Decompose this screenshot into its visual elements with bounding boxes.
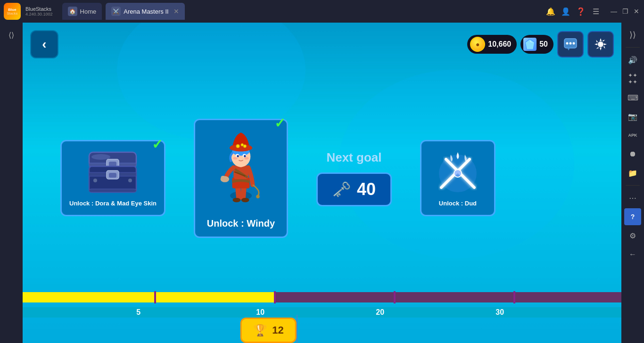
windy-reward-label: Unlock : Windy xyxy=(207,218,275,229)
sidebar-help-icon[interactable]: ? xyxy=(624,208,641,225)
progress-marker-2 xyxy=(274,291,276,303)
svg-point-45 xyxy=(244,157,248,160)
progress-fill xyxy=(23,292,274,302)
svg-point-43 xyxy=(244,155,246,157)
chat-icon xyxy=(563,38,578,51)
svg-point-30 xyxy=(221,175,225,179)
progress-marker-3 xyxy=(394,291,396,303)
sidebar-record-icon[interactable]: ⏺ xyxy=(624,146,641,163)
checkmark-2: ✓ xyxy=(274,115,291,132)
game-area: ‹ ● 10,660 50 xyxy=(23,23,621,343)
dud-icon xyxy=(429,149,486,196)
sidebar-more-icon[interactable]: ⋯ xyxy=(624,189,641,206)
trophy-value: 12 xyxy=(272,324,283,336)
svg-point-31 xyxy=(256,195,259,198)
chest-graphic xyxy=(84,149,141,196)
left-sidebar: ⟨⟩ xyxy=(0,23,23,343)
tab-arena-masters[interactable]: ⚔️ Arena Masters II ✕ xyxy=(106,3,184,20)
checkmark-1: ✓ xyxy=(152,137,169,154)
trophy-badge: 🏆 12 xyxy=(240,318,296,343)
tab-close-icon[interactable]: ✕ xyxy=(173,8,179,15)
progress-marker-4 xyxy=(513,291,515,303)
svg-point-19 xyxy=(93,179,97,182)
unlock-dud-container: Unlock : Dud xyxy=(420,140,495,217)
unlock-dud-card[interactable]: Unlock : Dud xyxy=(420,140,495,217)
header-right: ● 10,660 50 xyxy=(467,31,614,57)
svg-point-42 xyxy=(237,155,239,157)
trophy-icon: 🏆 xyxy=(253,324,267,337)
sidebar-expand-icon[interactable]: ⟩⟩ xyxy=(624,26,641,43)
unlock-dud-label: Unlock : Dud xyxy=(439,200,477,208)
back-arrow-icon: ‹ xyxy=(42,37,46,52)
svg-point-37 xyxy=(236,144,239,147)
coins-box: ● 10,660 xyxy=(467,35,517,54)
sidebar-apk-icon[interactable]: APK xyxy=(624,127,641,144)
back-button[interactable]: ‹ xyxy=(30,30,58,58)
svg-point-4 xyxy=(570,42,572,45)
gems-box: 50 xyxy=(520,35,553,54)
svg-point-38 xyxy=(241,143,244,146)
menu-icon[interactable]: ☰ xyxy=(591,7,601,16)
svg-point-26 xyxy=(241,198,249,202)
svg-rect-13 xyxy=(109,162,116,166)
goal-count-value: 40 xyxy=(357,180,376,199)
sidebar-collapse-icon[interactable]: ⟨⟩ xyxy=(3,26,20,43)
sidebar-sound-icon[interactable]: 🔊 xyxy=(624,51,641,68)
tab-home[interactable]: 🏠 Home xyxy=(62,3,102,20)
svg-point-51 xyxy=(454,170,462,177)
svg-point-20 xyxy=(128,179,132,182)
svg-rect-16 xyxy=(89,189,136,192)
svg-point-5 xyxy=(573,42,575,45)
next-goal-card: Next goal 🗝️ 40 xyxy=(316,150,392,206)
svg-point-21 xyxy=(91,154,110,160)
progress-marker-1 xyxy=(154,291,156,303)
coin-icon: ● xyxy=(470,37,485,52)
chat-button[interactable] xyxy=(557,31,584,57)
svg-marker-6 xyxy=(567,48,570,50)
timeline-bar: 5 10 20 30 xyxy=(23,307,621,318)
tab-arena-label: Arena Masters II xyxy=(124,8,168,15)
timeline-label-30: 30 xyxy=(495,308,504,317)
gems-value: 50 xyxy=(539,40,548,49)
svg-point-44 xyxy=(233,157,237,160)
minimize-button[interactable]: — xyxy=(610,8,618,15)
tab-home-label: Home xyxy=(80,8,97,15)
game-header: ‹ ● 10,660 50 xyxy=(30,30,614,58)
coins-value: 10,660 xyxy=(488,40,511,49)
rewards-content: Unlock : Dora & Mad Eye Skin ✓ xyxy=(23,70,621,286)
svg-point-9 xyxy=(599,43,602,46)
svg-point-25 xyxy=(232,198,240,202)
settings-button[interactable] xyxy=(587,31,614,57)
windy-sprite xyxy=(208,120,274,214)
bs-version: BlueStacks 4.240.30.1002 xyxy=(25,6,53,16)
progress-section xyxy=(23,292,621,305)
svg-point-3 xyxy=(566,42,569,45)
key-icon: 🗝️ xyxy=(332,180,351,198)
sidebar-back-icon[interactable]: ← xyxy=(624,246,641,263)
progress-track xyxy=(23,292,621,302)
sidebar-cursor-icon[interactable]: ✦✦✦✦ xyxy=(624,70,641,87)
chest-reward-card[interactable]: Unlock : Dora & Mad Eye Skin ✓ xyxy=(60,140,165,217)
timeline-label-20: 20 xyxy=(376,308,384,317)
profile-icon[interactable]: 👤 xyxy=(561,7,570,16)
windy-reward-card[interactable]: Unlock : Windy ✓ xyxy=(194,119,288,238)
sidebar-camera-icon[interactable]: 📷 xyxy=(624,108,641,125)
timeline-label-5: 5 xyxy=(136,308,140,317)
restore-button[interactable]: ❐ xyxy=(621,8,629,15)
sidebar-keyboard-icon[interactable]: ⌨ xyxy=(624,89,641,106)
sidebar-divider-2 xyxy=(626,185,640,186)
chest-reward-label: Unlock : Dora & Mad Eye Skin xyxy=(69,200,157,208)
next-goal-text: Next goal xyxy=(326,150,381,165)
bell-icon[interactable]: 🔔 xyxy=(546,7,555,16)
timeline-label-10: 10 xyxy=(256,308,264,317)
svg-point-39 xyxy=(243,144,246,147)
window-controls: 🔔 👤 ❓ ☰ xyxy=(546,7,601,16)
sidebar-folder-icon[interactable]: 📁 xyxy=(624,164,641,181)
close-button[interactable]: ✕ xyxy=(633,8,640,15)
goal-count-box: 🗝️ 40 xyxy=(316,172,392,206)
sidebar-settings-icon[interactable]: ⚙ xyxy=(624,227,641,244)
settings-icon xyxy=(594,37,608,51)
help-icon[interactable]: ❓ xyxy=(576,7,586,16)
sidebar-divider-1 xyxy=(626,47,640,48)
gem-icon xyxy=(523,38,537,51)
